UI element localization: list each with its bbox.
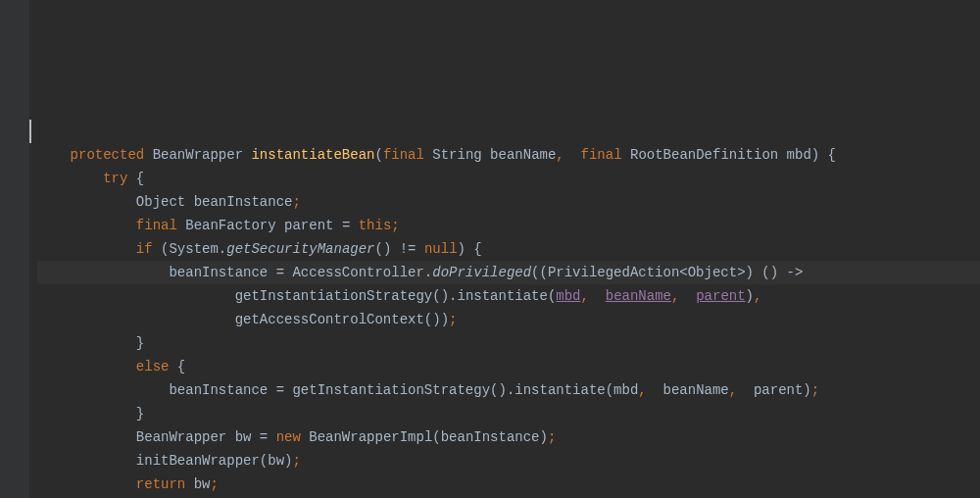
code-token: beanInstance = getInstantiationStrategy(… [169,382,638,398]
code-token: BeanWrapper bw = [136,429,276,445]
code-token: null [424,241,458,257]
code-token: parent) [746,382,811,398]
code-token: ; [210,476,218,492]
code-token: mbd [556,288,580,304]
code-token: , [754,288,761,304]
code-token: bw [194,476,211,492]
code-line[interactable]: } [37,331,980,355]
code-line[interactable]: Object beanInstance; [37,190,980,214]
code-token: instantiateBean [251,147,374,163]
code-token: final [136,218,185,233]
code-token: initBeanWrapper(bw) [136,453,293,469]
code-token: ; [811,382,819,398]
code-line[interactable]: getInstantiationStrategy().instantiate(m… [37,284,980,308]
code-token: return [136,476,194,492]
code-token: ; [292,453,300,469]
code-token: getInstantiationStrategy().instantiate( [235,288,557,304]
code-token: } [136,406,144,422]
code-editor[interactable]: protected BeanWrapper instantiateBean(fi… [0,141,980,498]
code-line[interactable]: } [37,402,980,425]
code-token: if [136,241,161,257]
code-token: ) { [458,241,482,257]
code-token: , [638,382,655,398]
code-line[interactable]: try { [37,167,980,190]
code-token: Object beanInstance [136,194,293,210]
code-token: try [103,171,136,186]
code-token: ; [292,194,300,210]
code-token: protected [71,147,153,163]
code-token: BeanWrapper [153,147,252,163]
code-line[interactable]: final BeanFactory parent = this; [37,214,980,237]
code-line[interactable]: return bw; [37,473,980,496]
code-token: beanName [606,288,671,304]
code-line[interactable]: beanInstance = getInstantiationStrategy(… [37,378,980,402]
code-token: , [556,147,572,163]
code-token: () != [375,241,424,257]
code-token: beanInstance = AccessController. [169,265,432,280]
code-line[interactable]: BeanWrapper bw = new BeanWrapperImpl(bea… [37,425,980,449]
code-token [572,147,580,163]
code-token: final [383,147,432,163]
code-line[interactable]: protected BeanWrapper instantiateBean(fi… [37,143,980,167]
code-line[interactable]: if (System.getSecurityManager() != null)… [37,237,980,261]
code-token: , [671,288,688,304]
editor-gutter [0,0,29,498]
code-token: getAccessControlContext()) [235,312,449,327]
code-token: , [581,288,598,304]
code-token: { [136,171,144,186]
code-token: ((PrivilegedAction<Object>) () -> [531,265,803,280]
code-token: final [581,147,630,163]
code-token: doPrivileged [432,265,531,280]
code-token: } [136,335,144,351]
code-line[interactable]: else { [37,355,980,378]
code-token: ; [449,312,457,327]
code-token: String beanName [432,147,556,163]
code-line[interactable]: getAccessControlContext()); [37,308,980,331]
code-token: { [177,359,185,374]
code-token: BeanWrapperImpl(beanInstance) [309,429,548,445]
code-token: , [729,382,746,398]
code-token: RootBeanDefinition mbd) { [630,147,836,163]
code-token: ) [746,288,754,304]
code-token: this; [359,218,400,233]
code-token: ; [548,429,556,445]
code-line[interactable]: initBeanWrapper(bw); [37,449,980,473]
code-line[interactable]: beanInstance = AccessController.doPrivil… [37,261,980,284]
code-token: (System. [161,241,226,257]
code-token: BeanFactory parent = [185,218,358,233]
caret-indicator [29,120,31,143]
code-token: getSecurityManager [226,241,374,257]
code-token: ( [374,147,382,163]
code-token: else [136,359,177,374]
code-token: new [276,429,310,445]
code-token [688,288,696,304]
code-token: parent [696,288,745,304]
code-token [597,288,605,304]
code-token: beanName [655,382,729,398]
